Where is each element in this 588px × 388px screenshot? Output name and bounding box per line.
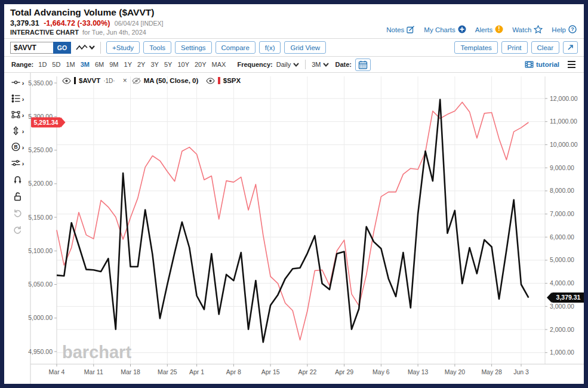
settings-button[interactable]: Settings	[175, 41, 212, 54]
price-chart[interactable]: barchart5,350.005,300.005,250.005,200.00…	[4, 73, 588, 384]
go-button[interactable]: GO	[53, 42, 71, 54]
circle-b-tool-icon: B	[11, 142, 21, 154]
left-axis-tick-label: 5,200.00	[28, 180, 53, 187]
x-axis-tick-label: Apr 15	[261, 368, 280, 375]
help-icon: ?	[568, 25, 577, 35]
range-20y[interactable]: 20Y	[195, 61, 207, 68]
chevron-right-icon[interactable]: ›	[22, 80, 24, 87]
print-button[interactable]: Print	[501, 41, 528, 54]
right-axis-tick-label: 1,000.00	[550, 349, 574, 356]
x-axis-tick-label: Jun 3	[513, 368, 529, 375]
chevron-right-icon[interactable]: ›	[22, 161, 24, 167]
interactive-chart-label: INTERACTIVE CHART	[10, 29, 79, 36]
left-axis-tick-label: 5,050.00	[28, 281, 53, 288]
right-axis-tick-label: 6,000.00	[550, 233, 574, 241]
range-9m[interactable]: 9M	[109, 61, 118, 68]
f-x--button[interactable]: f(x)	[259, 41, 281, 54]
symbol-input[interactable]	[10, 42, 53, 54]
barchart-watermark: barchart	[62, 343, 131, 362]
left-axis-tick-label: 5,350.00	[28, 79, 53, 87]
right-axis-tick-label: 11,000.00	[550, 118, 577, 125]
header-link-my-charts[interactable]: My Charts	[424, 25, 466, 35]
range-1m[interactable]: 1M	[66, 61, 75, 68]
range-max[interactable]: MAX	[212, 61, 226, 68]
page-title: Total Advancing Volume ($AVVT)	[10, 7, 578, 18]
range-3m[interactable]: 3M	[81, 61, 90, 68]
chevron-right-icon[interactable]: ›	[22, 96, 24, 103]
tools-button[interactable]: Tools	[143, 41, 171, 54]
x-axis-tick-label: May 20	[445, 368, 466, 375]
price-change: -1,664.72 (-33.00%)	[44, 19, 110, 27]
redo-button[interactable]	[13, 222, 23, 239]
left-axis-tick-label: 5,000.00	[28, 314, 53, 321]
header-link-help[interactable]: Help?	[552, 25, 577, 35]
range-5d[interactable]: 5D	[52, 61, 60, 68]
frequency-dropdown[interactable]: Daily	[276, 61, 299, 68]
left-axis-tick-label: 5,100.00	[28, 247, 53, 254]
compare-button[interactable]: Compare	[216, 41, 255, 54]
chevron-down-icon	[323, 63, 329, 67]
right-axis-tick-label: 7,000.00	[550, 210, 574, 217]
range-2y[interactable]: 2Y	[137, 61, 145, 68]
arrow-updown-tool[interactable]: ›	[11, 124, 24, 140]
legend-frequency: ·1D·	[103, 78, 115, 84]
svg-text:?: ?	[571, 26, 574, 32]
magnet-snap-tool[interactable]	[13, 172, 23, 189]
undo-button[interactable]	[13, 205, 23, 222]
expand-button[interactable]	[563, 41, 578, 54]
quote-date: 06/04/24 [INDEX]	[115, 20, 164, 27]
eye-off-icon	[132, 78, 141, 84]
line-zigzag-icon	[76, 44, 88, 52]
unlock-tool[interactable]	[13, 189, 23, 205]
chart-area: barchart5,350.005,300.005,250.005,200.00…	[4, 73, 584, 384]
header-link-label: Watch	[512, 26, 531, 33]
tutorial-link[interactable]: tutorial	[525, 61, 559, 68]
circle-b-tool[interactable]: B›	[11, 140, 24, 156]
chevron-right-icon[interactable]: ›	[22, 128, 24, 135]
x-axis-tick-label: Mar 25	[158, 368, 177, 375]
x-axis-tick-label: Apr 29	[335, 368, 353, 375]
calendar-button[interactable]	[355, 58, 371, 71]
period-dropdown[interactable]: 3M	[312, 61, 329, 68]
left-axis-tick-label: 5,150.00	[28, 214, 53, 221]
range-10y[interactable]: 10Y	[177, 61, 189, 68]
eye-icon	[206, 78, 215, 84]
chevron-right-icon[interactable]: ›	[22, 144, 24, 151]
header-link-watch[interactable]: Watch	[512, 25, 543, 35]
measure-line-tool[interactable]: ›	[11, 75, 24, 91]
close-icon[interactable]: ×	[123, 76, 127, 85]
hamburger-menu-icon[interactable]	[567, 60, 577, 70]
templates-button[interactable]: Templates	[454, 41, 497, 54]
range-1d[interactable]: 1D	[38, 61, 47, 68]
drawing-tools-sidebar: ››››B››	[4, 75, 30, 239]
range-5y[interactable]: 5Y	[164, 61, 172, 68]
-study-button[interactable]: +Study	[106, 41, 140, 54]
svg-text:!: !	[498, 26, 500, 32]
right-axis-tick-label: 10,000.00	[550, 141, 578, 148]
header-link-alerts[interactable]: Alerts!	[475, 25, 503, 35]
header-link-notes[interactable]: Notes	[386, 26, 415, 35]
chart-type-selector[interactable]	[76, 44, 95, 52]
right-axis-tick-label: 4,000.00	[550, 279, 574, 287]
right-axis-tick-label: 5,000.00	[550, 256, 574, 263]
range-6m[interactable]: 6M	[95, 61, 104, 68]
avvt-color-swatch	[74, 77, 76, 84]
frequency-value: Daily	[276, 61, 291, 68]
spx-price-badge: 5,291.34	[31, 118, 66, 128]
chart-toolbar: GO +StudyToolsSettingsComparef(x)Grid Vi…	[4, 39, 584, 57]
avvt-line-series[interactable]	[57, 100, 528, 342]
grid-view-button[interactable]: Grid View	[284, 41, 326, 54]
header-link-label: Help	[552, 26, 566, 33]
spx-color-swatch	[218, 77, 220, 84]
shapes-tool[interactable]: ›	[11, 107, 24, 124]
clear-button[interactable]: Clear	[531, 41, 559, 54]
range-1y[interactable]: 1Y	[124, 61, 132, 68]
shapes-tool-icon	[11, 110, 21, 122]
chevron-right-icon[interactable]: ›	[22, 112, 24, 119]
indicator-sliders-tool[interactable]: ›	[11, 156, 24, 172]
alert-icon: !	[495, 25, 503, 35]
legend-ma-study[interactable]: MA (50, Close, 0)	[144, 77, 199, 84]
range-3y[interactable]: 3Y	[150, 61, 158, 68]
drawings-list-tool[interactable]: ›	[11, 91, 24, 107]
undo-button-icon	[13, 208, 23, 220]
